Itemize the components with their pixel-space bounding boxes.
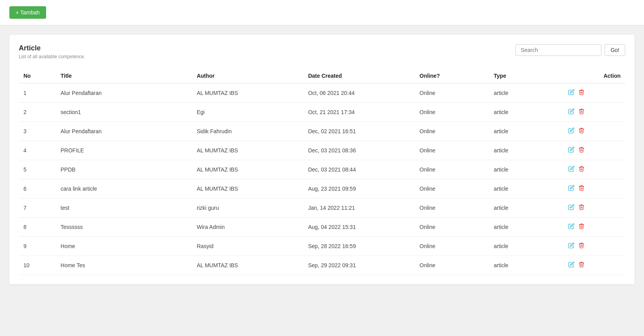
cell-date: Dec, 03 2021 08:44 — [303, 160, 415, 179]
col-header-author: Author — [192, 69, 303, 83]
edit-icon[interactable] — [568, 166, 574, 173]
cell-title: section1 — [56, 103, 192, 122]
table-body: 1 Alur Pendaftaran AL MUMTAZ IBS Oct, 06… — [19, 83, 625, 275]
articles-table: No Title Author Date Created Online? Typ… — [19, 69, 625, 275]
cell-no: 1 — [19, 83, 56, 103]
card-title: Article — [19, 44, 85, 52]
table-row: 2 section1 Egi Oct, 21 2021 17:34 Online… — [19, 103, 625, 122]
table-header-row: No Title Author Date Created Online? Typ… — [19, 69, 625, 83]
table-row: 7 test rizki guru Jan, 14 2022 11:21 Onl… — [19, 198, 625, 218]
edit-icon[interactable] — [568, 89, 574, 97]
cell-author: Sidik Fahrudin — [192, 122, 303, 141]
cell-online: Online — [415, 160, 489, 179]
cell-no: 5 — [19, 160, 56, 179]
edit-icon[interactable] — [568, 185, 574, 193]
cell-no: 9 — [19, 237, 56, 256]
cell-type: article — [489, 198, 564, 218]
cell-no: 7 — [19, 198, 56, 218]
delete-icon[interactable] — [578, 147, 585, 154]
edit-icon[interactable] — [568, 223, 574, 231]
cell-action — [564, 103, 625, 122]
cell-author: rizki guru — [192, 198, 303, 218]
cell-title: Tessssss — [56, 218, 192, 237]
cell-online: Online — [415, 237, 489, 256]
cell-action — [564, 237, 625, 256]
table-row: 5 PPDB AL MUMTAZ IBS Dec, 03 2021 08:44 … — [19, 160, 625, 179]
delete-icon[interactable] — [578, 127, 585, 135]
table-row: 6 cara link article AL MUMTAZ IBS Aug, 2… — [19, 179, 625, 198]
cell-action — [564, 141, 625, 160]
cell-no: 6 — [19, 179, 56, 198]
card-title-group: Article List of all available competence… — [19, 44, 85, 59]
cell-author: AL MUMTAZ IBS — [192, 179, 303, 198]
article-card: Article List of all available competence… — [9, 35, 635, 284]
table-row: 1 Alur Pendaftaran AL MUMTAZ IBS Oct, 06… — [19, 83, 625, 103]
delete-icon[interactable] — [578, 223, 585, 231]
delete-icon[interactable] — [578, 242, 585, 250]
go-button[interactable]: Go! — [605, 44, 625, 56]
cell-date: Dec, 03 2021 08:36 — [303, 141, 415, 160]
cell-type: article — [489, 237, 564, 256]
table-head: No Title Author Date Created Online? Typ… — [19, 69, 625, 83]
cell-online: Online — [415, 122, 489, 141]
table-row: 9 Home Rasyid Sep, 28 2022 16:59 Online … — [19, 237, 625, 256]
cell-action — [564, 218, 625, 237]
cell-title: Alur Pendaftaran — [56, 122, 192, 141]
cell-online: Online — [415, 103, 489, 122]
cell-title: cara link article — [56, 179, 192, 198]
cell-action — [564, 198, 625, 218]
table-row: 4 PROFILE AL MUMTAZ IBS Dec, 03 2021 08:… — [19, 141, 625, 160]
cell-no: 2 — [19, 103, 56, 122]
cell-date: Aug, 23 2021 09:59 — [303, 179, 415, 198]
cell-online: Online — [415, 83, 489, 103]
edit-icon[interactable] — [568, 242, 574, 250]
top-bar: + Tambah — [0, 0, 644, 25]
delete-icon[interactable] — [578, 185, 585, 193]
cell-online: Online — [415, 256, 489, 275]
cell-action — [564, 256, 625, 275]
cell-type: article — [489, 83, 564, 103]
cell-author: AL MUMTAZ IBS — [192, 141, 303, 160]
cell-type: article — [489, 141, 564, 160]
cell-author: Rasyid — [192, 237, 303, 256]
cell-author: Wira Admin — [192, 218, 303, 237]
cell-action — [564, 83, 625, 103]
delete-icon[interactable] — [578, 166, 585, 173]
edit-icon[interactable] — [568, 204, 574, 212]
cell-no: 3 — [19, 122, 56, 141]
delete-icon[interactable] — [578, 89, 585, 97]
cell-online: Online — [415, 179, 489, 198]
delete-icon[interactable] — [578, 204, 585, 212]
delete-icon[interactable] — [578, 261, 585, 269]
cell-date: Oct, 06 2021 20:44 — [303, 83, 415, 103]
cell-title: Home — [56, 237, 192, 256]
delete-icon[interactable] — [578, 108, 585, 116]
content-area: Article List of all available competence… — [0, 25, 644, 294]
cell-type: article — [489, 256, 564, 275]
cell-type: article — [489, 218, 564, 237]
cell-author: AL MUMTAZ IBS — [192, 256, 303, 275]
cell-date: Dec, 02 2021 16:51 — [303, 122, 415, 141]
cell-title: Home Tes — [56, 256, 192, 275]
cell-no: 4 — [19, 141, 56, 160]
edit-icon[interactable] — [568, 108, 574, 116]
col-header-action: Action — [564, 69, 625, 83]
cell-title: PROFILE — [56, 141, 192, 160]
cell-author: AL MUMTAZ IBS — [192, 160, 303, 179]
edit-icon[interactable] — [568, 261, 574, 269]
cell-date: Oct, 21 2021 17:34 — [303, 103, 415, 122]
cell-online: Online — [415, 141, 489, 160]
add-button[interactable]: + Tambah — [9, 6, 46, 19]
edit-icon[interactable] — [568, 127, 574, 135]
cell-online: Online — [415, 218, 489, 237]
edit-icon[interactable] — [568, 147, 574, 154]
cell-online: Online — [415, 198, 489, 218]
cell-no: 8 — [19, 218, 56, 237]
cell-type: article — [489, 122, 564, 141]
cell-action — [564, 122, 625, 141]
cell-type: article — [489, 179, 564, 198]
card-subtitle: List of all available competence. — [19, 54, 85, 59]
cell-date: Sep, 28 2022 16:59 — [303, 237, 415, 256]
search-input[interactable] — [515, 44, 601, 56]
cell-title: PPDB — [56, 160, 192, 179]
